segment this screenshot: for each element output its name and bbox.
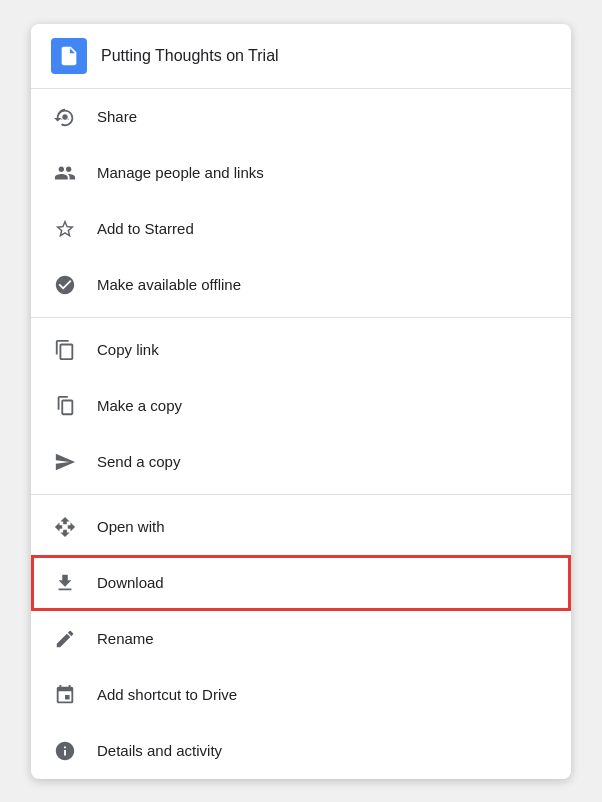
copy-icon [51,392,79,420]
copy-link-label: Copy link [97,341,159,358]
menu-item[interactable]: Details and activity [31,723,571,779]
open-with-label: Open with [97,518,165,535]
download-menu-item[interactable]: Download [31,555,571,611]
rename-icon [51,625,79,653]
offline-icon [51,271,79,299]
offline-label: Make available offline [97,276,241,293]
menu-item[interactable]: Share [31,89,571,145]
menu-item[interactable]: Open with [31,499,571,555]
send-copy-label: Send a copy [97,453,180,470]
add-shortcut-label: Add shortcut to Drive [97,686,237,703]
make-copy-label: Make a copy [97,397,182,414]
share-label: Share [97,108,137,125]
divider-2 [31,494,571,495]
shortcut-icon [51,681,79,709]
manage-people-label: Manage people and links [97,164,264,181]
star-icon [51,215,79,243]
divider-1 [31,317,571,318]
menu-item[interactable]: Copy link [31,322,571,378]
docs-icon [51,38,87,74]
menu-item[interactable]: Manage people and links [31,145,571,201]
send-icon [51,448,79,476]
info-icon [51,737,79,765]
open-with-icon [51,513,79,541]
menu-item[interactable]: Make available offline [31,257,571,313]
add-starred-label: Add to Starred [97,220,194,237]
menu-item[interactable]: Make a copy [31,378,571,434]
download-icon [51,569,79,597]
menu-item[interactable]: Add to Starred [31,201,571,257]
menu-header: Putting Thoughts on Trial [31,24,571,89]
file-title: Putting Thoughts on Trial [101,47,279,65]
share-icon [51,103,79,131]
menu-item[interactable]: Rename [31,611,571,667]
manage-people-icon [51,159,79,187]
copy-link-icon [51,336,79,364]
rename-label: Rename [97,630,154,647]
menu-item[interactable]: Add shortcut to Drive [31,667,571,723]
details-label: Details and activity [97,742,222,759]
menu-item[interactable]: Send a copy [31,434,571,490]
download-label: Download [97,574,164,591]
context-menu: Putting Thoughts on Trial Share Manage p… [31,24,571,779]
